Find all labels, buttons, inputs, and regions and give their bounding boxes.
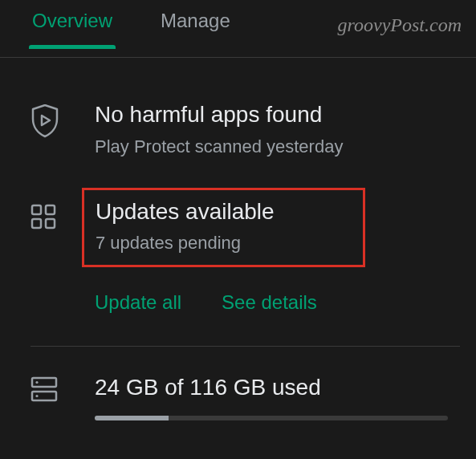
shield-play-icon [31,104,59,138]
storage-icon [31,376,58,403]
storage-progress [95,416,448,420]
tab-overview[interactable]: Overview [32,10,112,48]
watermark: groovyPost.com [338,14,462,36]
apps-grid-icon [31,204,56,229]
updates-title: Updates available [96,198,275,225]
play-protect-section[interactable]: No harmful apps found Play Protect scann… [0,58,476,157]
updates-subtitle: 7 updates pending [96,233,275,254]
protect-subtitle: Play Protect scanned yesterday [95,136,460,157]
updates-actions: Update all See details [95,291,460,314]
svg-point-5 [35,381,38,384]
play-store-manage-panel: Overview Manage groovyPost.com No harmfu… [0,0,476,459]
svg-rect-3 [46,219,55,228]
highlight-annotation: Updates available 7 updates pending [82,188,365,268]
storage-progress-fill [95,416,169,420]
svg-rect-2 [32,219,41,228]
svg-rect-0 [32,205,41,214]
storage-text: 24 GB of 116 GB used [95,374,460,401]
protect-title: No harmful apps found [95,101,460,128]
svg-point-7 [35,395,38,397]
tab-manage[interactable]: Manage [161,10,230,48]
update-all-button[interactable]: Update all [95,291,181,314]
storage-section[interactable]: 24 GB of 116 GB used [0,347,476,420]
updates-section[interactable]: Updates available 7 updates pending Upda… [0,157,476,315]
see-details-button[interactable]: See details [222,291,317,314]
svg-rect-1 [46,205,55,214]
tab-bar: Overview Manage groovyPost.com [0,0,476,58]
